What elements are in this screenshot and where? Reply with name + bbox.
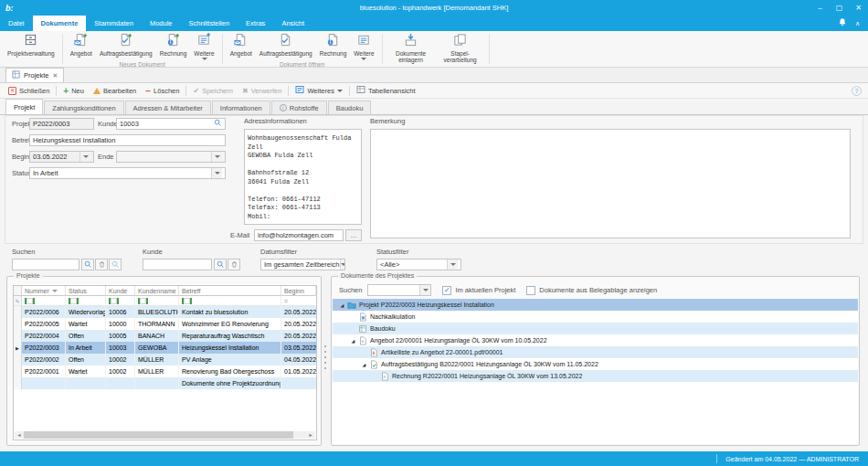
- tree-node-rechnung[interactable]: Rechnung R2022/0001 Heizungsanlage ÖL 30…: [333, 370, 858, 382]
- advanced-search-icon[interactable]: [109, 259, 122, 270]
- menu-dokumente[interactable]: Dokumente: [33, 16, 87, 31]
- tab-projekt[interactable]: Projekt: [5, 99, 43, 114]
- column-nummer[interactable]: Nummer: [22, 286, 66, 296]
- column-kunde[interactable]: Kunde: [106, 286, 135, 296]
- scroll-left-icon[interactable]: ◂: [15, 431, 24, 439]
- checkbox-im-aktuellen-projekt[interactable]: ✓: [442, 286, 451, 295]
- checkbox-belegablage[interactable]: [526, 286, 535, 295]
- column-status[interactable]: Status: [66, 286, 106, 296]
- tree-node-angebot[interactable]: ◢ Angebot 22/00001 Heizungsanlage ÖL 30K…: [333, 334, 858, 346]
- scrollbar-thumb[interactable]: [24, 431, 293, 439]
- tabellenansicht-button[interactable]: Tabellenansicht: [352, 83, 420, 98]
- filter-betreff[interactable]: [179, 296, 281, 306]
- tab-projekte[interactable]: Projekte ✕: [5, 68, 64, 82]
- filter-kunde[interactable]: [106, 296, 135, 306]
- dokumente-suchen-combo[interactable]: [367, 284, 431, 296]
- clear-search-icon[interactable]: [228, 259, 240, 270]
- menu-module[interactable]: Module: [142, 16, 181, 31]
- auftragsbestaetigung-new-button[interactable]: Auftragsbestätigung: [96, 32, 156, 60]
- auftragsbestaetigung-open-button[interactable]: Auftragsbestätigung: [256, 32, 316, 60]
- tree-node-auftragsbestaetigung[interactable]: ◢ Auftragsbestätigung B2022/0001 Heizung…: [333, 358, 858, 370]
- tab-informationen[interactable]: Informationen: [212, 101, 270, 114]
- close-button[interactable]: ✕: [849, 0, 868, 16]
- verwerfen-button[interactable]: ✖Verwerfen: [238, 83, 286, 98]
- suchen-input[interactable]: [12, 259, 79, 270]
- tree-node-artikelliste[interactable]: Artikelliste zu Angebot 22-00001.pdf/000…: [333, 346, 858, 358]
- menu-ansicht[interactable]: Ansicht: [273, 16, 312, 31]
- table-row[interactable]: P2022/0005Wartet10000THORMANNWohnzimmer …: [14, 318, 316, 330]
- chevron-down-icon[interactable]: [211, 152, 222, 162]
- ende-field[interactable]: [116, 151, 226, 163]
- tree-node-baudoku[interactable]: Baudoku: [333, 323, 858, 334]
- bearbeiten-button[interactable]: Bearbeiten: [89, 83, 141, 98]
- datumsfilter-select[interactable]: Im gesamten Zeitbereich: [260, 259, 345, 270]
- chevron-down-icon[interactable]: [340, 259, 345, 270]
- tab-baudoku[interactable]: Baudoku: [328, 101, 372, 114]
- search-icon[interactable]: [81, 259, 94, 270]
- email-field[interactable]: info@holzmontagen.com: [254, 229, 344, 241]
- clear-search-icon[interactable]: [95, 259, 108, 270]
- adressinformationen-field[interactable]: Wohnbaugenossenschaft Fulda Zell GEWOBA …: [244, 129, 362, 225]
- table-row[interactable]: P2022/0006Wiedervorlage10006BLUESOLUTION…: [14, 306, 316, 318]
- weiteres-button[interactable]: Weiteres: [291, 83, 346, 98]
- rechnung-new-button[interactable]: Rechnung: [156, 32, 191, 60]
- betreff-field[interactable]: Heizungskessel Installation: [29, 134, 226, 146]
- filter-kundenname[interactable]: [135, 296, 179, 306]
- speichern-button[interactable]: ✔Speichern: [188, 83, 237, 98]
- expander-icon[interactable]: ◢: [337, 302, 347, 308]
- kunde-field[interactable]: 10003: [116, 118, 226, 130]
- table-row[interactable]: P2022/0002Offen10002MÜLLERPV Anlage04.05…: [14, 354, 316, 365]
- column-kundenname[interactable]: Kundenname: [135, 286, 179, 296]
- filter-nummer[interactable]: [22, 296, 66, 306]
- table-row[interactable]: P2022/0001Wartet10002MÜLLERRenovierung B…: [14, 365, 316, 377]
- email-ellipsis-button[interactable]: …: [345, 229, 362, 241]
- bell-icon[interactable]: [838, 17, 847, 29]
- projektverwaltung-button[interactable]: Projektverwaltung: [4, 32, 58, 58]
- stapelverarbeitung-button[interactable]: Stapel-verarbeitung: [436, 32, 485, 64]
- table-row-selected[interactable]: ▶ P2022/0003In Arbeit10003GEWOBAHeizungs…: [14, 342, 316, 354]
- beginn-field[interactable]: 03.05.2022: [29, 151, 94, 163]
- dokumente-einlagern-button[interactable]: Dokumente einlagern: [386, 32, 436, 64]
- chevron-down-icon[interactable]: [447, 259, 458, 270]
- table-row[interactable]: P2022/0004Offen10005BANACHReparaturauftr…: [14, 330, 316, 342]
- tab-rohstoffe[interactable]: iRohstoffe: [271, 101, 327, 114]
- tab-zahlungskonditionen[interactable]: Zahlungskonditionen: [44, 101, 123, 114]
- filter-beginn[interactable]: =: [281, 296, 316, 306]
- menu-stammdaten[interactable]: Stammdaten: [86, 16, 142, 31]
- angebot-open-button[interactable]: Angebot: [227, 32, 256, 60]
- weitere-new-button[interactable]: Weitere: [190, 32, 217, 60]
- column-betreff[interactable]: Betreff: [179, 286, 281, 296]
- expander-icon[interactable]: ◢: [359, 362, 369, 367]
- tab-adressen-mitarbeiter[interactable]: Adressen & Mitarbeiter: [125, 101, 211, 114]
- schliessen-button[interactable]: ✕Schließen: [4, 83, 54, 98]
- menu-schnittstellen[interactable]: Schnittstellen: [181, 16, 238, 31]
- neu-button[interactable]: +Neu: [58, 83, 89, 98]
- tree-node-projekt[interactable]: ◢ Projekt P2022/0003 Heizungskessel Inst…: [333, 299, 858, 311]
- kunde-filter-input[interactable]: [143, 259, 212, 270]
- tab-close-icon[interactable]: ✕: [53, 72, 58, 79]
- table-row[interactable]: Dokumente ohne Projektzuordnung: [14, 377, 316, 389]
- minimize-button[interactable]: –: [810, 0, 830, 16]
- chevron-down-icon[interactable]: [79, 152, 90, 162]
- weitere-open-button[interactable]: Weitere: [350, 32, 377, 60]
- menu-extras[interactable]: Extras: [238, 16, 273, 31]
- horizontal-scrollbar[interactable]: ◂ ▸: [15, 431, 315, 439]
- bemerkung-field[interactable]: [370, 129, 851, 238]
- chevron-down-icon[interactable]: [211, 168, 222, 178]
- chevron-down-icon[interactable]: [419, 285, 430, 295]
- collapse-ribbon-icon[interactable]: ∧: [855, 20, 860, 27]
- search-icon[interactable]: [214, 259, 227, 270]
- expander-icon[interactable]: ◢: [348, 338, 358, 344]
- rechnung-open-button[interactable]: Rechnung: [316, 32, 351, 60]
- angebot-new-button[interactable]: Angebot: [67, 32, 96, 60]
- tree-node-nachkalkulation[interactable]: Nachkalkulation: [333, 311, 858, 323]
- column-beginn[interactable]: Beginn: [281, 286, 316, 296]
- maximize-button[interactable]: ▢: [830, 0, 849, 16]
- help-icon[interactable]: ?: [852, 86, 862, 96]
- loeschen-button[interactable]: −Löschen: [141, 83, 184, 98]
- menu-datei[interactable]: Datei: [0, 16, 33, 31]
- status-field[interactable]: In Arbeit: [29, 167, 226, 179]
- projekt-field[interactable]: P2022/0003: [29, 118, 94, 130]
- scroll-right-icon[interactable]: ▸: [306, 431, 315, 439]
- search-icon[interactable]: [214, 119, 222, 129]
